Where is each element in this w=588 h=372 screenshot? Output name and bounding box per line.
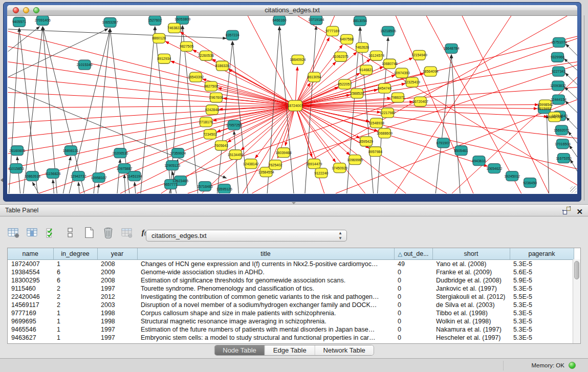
close-window-button[interactable]: [13, 7, 19, 13]
application-root: citations_edges.txt 9405571270: [0, 0, 588, 372]
table-row[interactable]: 1938455462009Genome-wide association stu…: [8, 268, 574, 276]
graph-node-label: 9215953: [537, 107, 551, 111]
column-header-title[interactable]: title: [137, 248, 394, 259]
graph-edge[interactable]: [78, 182, 79, 193]
graph-edge[interactable]: [8, 47, 295, 106]
table-select[interactable]: citations_edges.txt ▲▼: [146, 230, 347, 242]
graph-edge[interactable]: [8, 105, 295, 107]
graph-edge[interactable]: [396, 16, 473, 193]
table-row[interactable]: 1872400712008Changes of HCN gene express…: [8, 259, 574, 268]
column-header-short[interactable]: short: [432, 248, 510, 259]
graph-edge[interactable]: [295, 105, 360, 138]
graph-edge[interactable]: [564, 87, 577, 99]
graph-edge[interactable]: [63, 157, 71, 193]
table-scrollbar[interactable]: [573, 259, 580, 343]
graph-edge[interactable]: [565, 44, 577, 56]
column-header-out_de[interactable]: △out_de...: [394, 248, 432, 259]
table-cell: 5.3E-5: [510, 309, 574, 317]
new-table-icon[interactable]: [83, 226, 95, 238]
graph-edge[interactable]: [295, 87, 577, 106]
close-panel-icon[interactable]: ✕: [576, 208, 583, 216]
delete-table-disabled-icon[interactable]: [121, 226, 133, 238]
graph-node-label: 18564094: [423, 70, 439, 73]
resize-grip[interactable]: [570, 186, 577, 193]
splitter-collapse-left-icon[interactable]: [1, 178, 3, 182]
delete-table-icon[interactable]: [102, 226, 114, 238]
table-row[interactable]: 1830029562008Estimation of significance …: [8, 276, 574, 285]
node-table[interactable]: namein_degreeyeartitle△out_de...shortpag…: [7, 248, 581, 344]
table-settings-icon[interactable]: [7, 226, 19, 238]
graph-edge[interactable]: [17, 157, 20, 193]
graph-edge[interactable]: [124, 174, 125, 193]
table-cell: Genome-wide association studies in ADHD.: [137, 268, 394, 276]
graph-edge[interactable]: [295, 105, 369, 148]
graph-edge[interactable]: [141, 27, 155, 193]
graph-edge[interactable]: [295, 67, 297, 106]
network-window[interactable]: citations_edges.txt 9405571270: [3, 2, 581, 202]
graph-node-label: 17016504: [555, 142, 571, 146]
graph-edge[interactable]: [32, 182, 38, 193]
graph-edge[interactable]: [547, 115, 549, 193]
graph-edge[interactable]: [8, 27, 40, 52]
graph-node-label: 22260538: [198, 54, 214, 57]
graph-edge[interactable]: [435, 55, 451, 193]
zoom-window-button[interactable]: [33, 7, 39, 13]
table-cell: 1: [53, 325, 97, 334]
graph-edge[interactable]: [135, 182, 136, 193]
network-canvas[interactable]: 9405571270914061065328715276021605380983…: [7, 16, 577, 193]
graph-edge[interactable]: [218, 88, 295, 106]
table-row[interactable]: 911546021997Tourette syndrome. Phenomeno…: [8, 285, 574, 293]
tab-network-table[interactable]: Network Table: [315, 345, 374, 355]
table-row[interactable]: 1456911722003Disruption of a novel membe…: [8, 301, 574, 309]
graph-edge[interactable]: [570, 160, 577, 171]
column-header-pagerank[interactable]: pagerank: [510, 248, 574, 259]
graph-edge[interactable]: [69, 29, 110, 193]
graph-node-label: 13595126: [216, 187, 232, 191]
graph-edge[interactable]: [295, 105, 577, 138]
table-cell: Stergiakouli et al. (2012): [432, 293, 510, 301]
select-all-icon[interactable]: [45, 226, 57, 238]
background-window-edge: [584, 15, 584, 201]
graph-edge[interactable]: [53, 180, 54, 193]
graph-edge[interactable]: [8, 29, 108, 77]
table-cell: 0: [394, 325, 432, 334]
table-row[interactable]: 2242004622012Investigating the contribut…: [8, 293, 574, 301]
column-chooser-icon[interactable]: [26, 226, 38, 238]
graph-edge[interactable]: [298, 16, 577, 185]
table-row[interactable]: 977716911998Corpus callosum shape and si…: [8, 309, 574, 317]
table-row[interactable]: 946554611997Estimation of the future num…: [8, 325, 574, 334]
table-tabs: Node TableEdge TableNetwork Table: [214, 345, 374, 356]
graph-edge[interactable]: [565, 101, 577, 113]
graph-node-label: 12325419: [404, 80, 420, 84]
minimize-window-button[interactable]: [23, 7, 29, 13]
graph-node-label: 15998542: [537, 103, 553, 106]
column-header-in_degree[interactable]: in_degree: [53, 248, 97, 259]
graph-edge[interactable]: [295, 105, 336, 162]
float-panel-icon[interactable]: [562, 206, 571, 217]
graph-node-label: 11015853: [8, 167, 24, 170]
graph-edge[interactable]: [8, 29, 227, 38]
rows-icon[interactable]: [64, 226, 76, 238]
graph-edge[interactable]: [94, 29, 110, 193]
table-row[interactable]: 969969511998Structural magnetic resonanc…: [8, 317, 574, 325]
graph-edge[interactable]: [295, 105, 369, 121]
column-header-name[interactable]: name: [8, 248, 53, 259]
graph-node-label: 15692071: [554, 128, 570, 132]
tab-node-table[interactable]: Node Table: [214, 345, 265, 355]
network-graph[interactable]: 9405571270914061065328715276021605380983…: [7, 16, 577, 193]
graph-edge[interactable]: [232, 41, 248, 193]
graph-node-label: 10654622: [486, 167, 502, 170]
table-cell: 9115460: [8, 285, 53, 293]
network-window-titlebar[interactable]: citations_edges.txt: [7, 5, 577, 16]
table-scrollbar-thumb[interactable]: [574, 261, 579, 279]
table-cell: 5.3E-5: [510, 301, 574, 309]
table-row[interactable]: 946362711997Embryonic stem cells: a mode…: [8, 334, 574, 342]
graph-edge[interactable]: [295, 105, 406, 193]
graph-edge[interactable]: [295, 59, 371, 105]
table-cell: Estimation of significance thresholds fo…: [137, 276, 394, 285]
graph-edge[interactable]: [241, 105, 295, 150]
graph-edge[interactable]: [569, 145, 577, 157]
graph-edge[interactable]: [98, 184, 99, 193]
column-header-year[interactable]: year: [97, 248, 137, 259]
tab-edge-table[interactable]: Edge Table: [265, 345, 315, 355]
